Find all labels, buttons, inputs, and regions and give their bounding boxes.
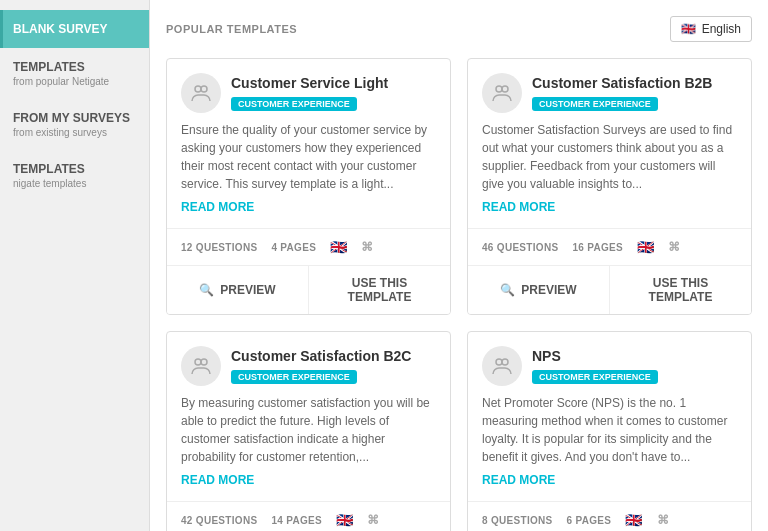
card-badge: Customer Experience — [231, 97, 357, 111]
sidebar-label-blank: BLANK SURVEY — [13, 22, 107, 36]
sidebar-item-my-templates[interactable]: TEMPLATES nigate templates — [0, 150, 149, 201]
card-badge: Customer Experience — [532, 370, 658, 384]
svg-point-3 — [502, 86, 508, 92]
pages-count: 6 PAGES — [567, 515, 612, 526]
sidebar-item-templates[interactable]: TEMPLATES from popular Netigate — [0, 48, 149, 99]
meta-icon: ⌘ — [361, 240, 373, 254]
meta-icon: ⌘ — [657, 513, 669, 527]
card-desc: Customer Satisfaction Surveys are used t… — [482, 121, 737, 193]
sidebar-label-templates: TEMPLATES — [13, 60, 85, 74]
meta-flag: 🇬🇧 — [637, 239, 654, 255]
language-label: English — [702, 22, 741, 36]
templates-grid: Customer Service Light Customer Experien… — [166, 58, 752, 531]
card-meta: 42 QUESTIONS 14 PAGES 🇬🇧 ⌘ — [167, 501, 450, 531]
card-icon — [482, 73, 522, 113]
card-header: Customer Service Light Customer Experien… — [181, 73, 436, 113]
card-actions: 🔍 PREVIEW USE THIS TEMPLATE — [167, 265, 450, 314]
svg-point-4 — [195, 359, 201, 365]
questions-count: 12 QUESTIONS — [181, 242, 257, 253]
main-header: POPULAR TEMPLATES 🇬🇧 English — [166, 16, 752, 42]
svg-point-7 — [502, 359, 508, 365]
questions-count: 46 QUESTIONS — [482, 242, 558, 253]
meta-icon: ⌘ — [367, 513, 379, 527]
svg-point-6 — [496, 359, 502, 365]
card-icon — [482, 346, 522, 386]
use-label: USE THIS TEMPLATE — [620, 276, 741, 304]
meta-icon: ⌘ — [668, 240, 680, 254]
sidebar-item-from-surveys[interactable]: FROM MY SURVEYS from existing surveys — [0, 99, 149, 150]
template-card-nps: NPS Customer Experience Net Promoter Sco… — [467, 331, 752, 531]
preview-button[interactable]: 🔍 PREVIEW — [468, 266, 610, 314]
read-more-link[interactable]: READ MORE — [181, 200, 254, 214]
read-more-link[interactable]: READ MORE — [482, 473, 555, 487]
svg-point-2 — [496, 86, 502, 92]
read-more-link[interactable]: READ MORE — [482, 200, 555, 214]
preview-label: PREVIEW — [521, 283, 576, 297]
preview-button[interactable]: 🔍 PREVIEW — [167, 266, 309, 314]
card-icon — [181, 346, 221, 386]
sidebar-label-from-surveys: FROM MY SURVEYS — [13, 111, 130, 125]
sidebar: BLANK SURVEY TEMPLATES from popular Neti… — [0, 0, 150, 531]
preview-label: PREVIEW — [220, 283, 275, 297]
card-header: Customer Satisfaction B2B Customer Exper… — [482, 73, 737, 113]
meta-flag: 🇬🇧 — [625, 512, 642, 528]
card-meta: 46 QUESTIONS 16 PAGES 🇬🇧 ⌘ — [468, 228, 751, 265]
card-meta: 12 QUESTIONS 4 PAGES 🇬🇧 ⌘ — [167, 228, 450, 265]
svg-point-5 — [201, 359, 207, 365]
use-template-button[interactable]: USE THIS TEMPLATE — [309, 266, 450, 314]
sidebar-sub-templates: from popular Netigate — [13, 76, 139, 87]
questions-count: 8 QUESTIONS — [482, 515, 553, 526]
preview-icon: 🔍 — [500, 283, 515, 297]
preview-icon: 🔍 — [199, 283, 214, 297]
main-content: POPULAR TEMPLATES 🇬🇧 English — [150, 0, 768, 531]
template-card-customer-satisfaction-b2b: Customer Satisfaction B2B Customer Exper… — [467, 58, 752, 315]
pages-count: 16 PAGES — [572, 242, 623, 253]
svg-point-0 — [195, 86, 201, 92]
card-actions: 🔍 PREVIEW USE THIS TEMPLATE — [468, 265, 751, 314]
card-title: NPS — [532, 348, 658, 364]
card-desc: Net Promoter Score (NPS) is the no. 1 me… — [482, 394, 737, 466]
card-title: Customer Satisfaction B2B — [532, 75, 712, 91]
card-header: Customer Satisfaction B2C Customer Exper… — [181, 346, 436, 386]
pages-count: 4 PAGES — [271, 242, 316, 253]
sidebar-sub-from-surveys: from existing surveys — [13, 127, 139, 138]
sidebar-item-blank[interactable]: BLANK SURVEY — [0, 10, 149, 48]
flag-icon: 🇬🇧 — [681, 22, 696, 36]
questions-count: 42 QUESTIONS — [181, 515, 257, 526]
card-header: NPS Customer Experience — [482, 346, 737, 386]
card-meta: 8 QUESTIONS 6 PAGES 🇬🇧 ⌘ — [468, 501, 751, 531]
language-selector[interactable]: 🇬🇧 English — [670, 16, 752, 42]
card-desc: By measuring customer satisfaction you w… — [181, 394, 436, 466]
card-icon — [181, 73, 221, 113]
pages-count: 14 PAGES — [271, 515, 322, 526]
card-title: Customer Service Light — [231, 75, 388, 91]
read-more-link[interactable]: READ MORE — [181, 473, 254, 487]
meta-flag: 🇬🇧 — [330, 239, 347, 255]
card-desc: Ensure the quality of your customer serv… — [181, 121, 436, 193]
page-title: POPULAR TEMPLATES — [166, 23, 297, 35]
card-badge: Customer Experience — [532, 97, 658, 111]
card-title: Customer Satisfaction B2C — [231, 348, 411, 364]
use-label: USE THIS TEMPLATE — [319, 276, 440, 304]
template-card-customer-service-light: Customer Service Light Customer Experien… — [166, 58, 451, 315]
svg-point-1 — [201, 86, 207, 92]
template-card-customer-satisfaction-b2c: Customer Satisfaction B2C Customer Exper… — [166, 331, 451, 531]
use-template-button[interactable]: USE THIS TEMPLATE — [610, 266, 751, 314]
card-badge: Customer Experience — [231, 370, 357, 384]
meta-flag: 🇬🇧 — [336, 512, 353, 528]
sidebar-sub-my-templates: nigate templates — [13, 178, 139, 189]
sidebar-label-my-templates: TEMPLATES — [13, 162, 85, 176]
